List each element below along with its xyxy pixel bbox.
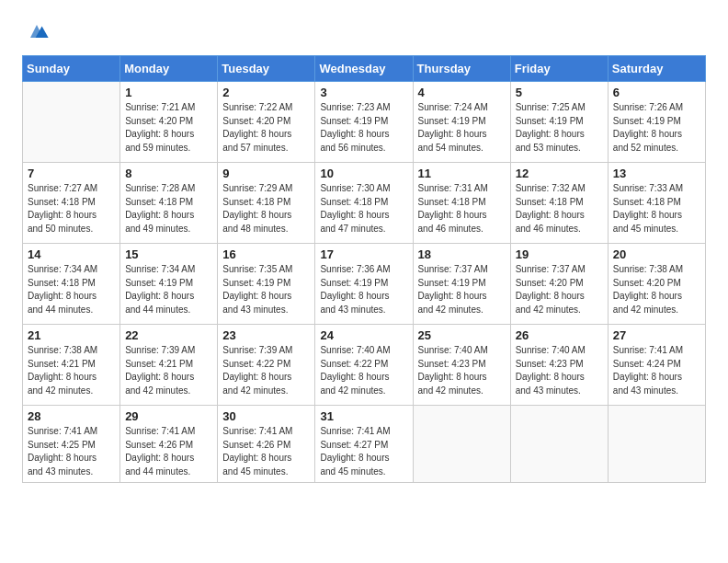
day-number: 1 <box>125 86 212 99</box>
weekday-header-thursday: Thursday <box>413 56 510 82</box>
calendar-cell: 20Sunrise: 7:38 AMSunset: 4:20 PMDayligh… <box>608 244 705 325</box>
day-info: Sunrise: 7:41 AMSunset: 4:26 PMDaylight:… <box>222 425 310 478</box>
logo-icon <box>24 18 50 44</box>
weekday-header-saturday: Saturday <box>608 56 705 82</box>
week-row-2: 7Sunrise: 7:27 AMSunset: 4:18 PMDaylight… <box>23 163 706 244</box>
week-row-4: 21Sunrise: 7:38 AMSunset: 4:21 PMDayligh… <box>23 325 706 406</box>
week-row-3: 14Sunrise: 7:34 AMSunset: 4:18 PMDayligh… <box>23 244 706 325</box>
day-number: 5 <box>516 86 603 99</box>
day-number: 2 <box>222 86 310 99</box>
week-row-5: 28Sunrise: 7:41 AMSunset: 4:25 PMDayligh… <box>23 406 706 483</box>
day-number: 30 <box>222 409 310 423</box>
day-info: Sunrise: 7:41 AMSunset: 4:24 PMDaylight:… <box>613 344 700 397</box>
day-number: 18 <box>418 247 506 261</box>
day-info: Sunrise: 7:21 AMSunset: 4:20 PMDaylight:… <box>125 101 212 155</box>
day-number: 16 <box>222 247 310 261</box>
calendar-cell: 11Sunrise: 7:31 AMSunset: 4:18 PMDayligh… <box>413 163 510 244</box>
calendar-cell <box>608 406 705 483</box>
day-number: 3 <box>320 86 407 99</box>
calendar-cell: 12Sunrise: 7:32 AMSunset: 4:18 PMDayligh… <box>510 163 608 244</box>
day-number: 28 <box>28 409 115 423</box>
calendar-cell: 23Sunrise: 7:39 AMSunset: 4:22 PMDayligh… <box>218 325 315 406</box>
day-info: Sunrise: 7:37 AMSunset: 4:20 PMDaylight:… <box>516 263 603 316</box>
calendar-cell: 13Sunrise: 7:33 AMSunset: 4:18 PMDayligh… <box>608 163 705 244</box>
calendar-table: SundayMondayTuesdayWednesdayThursdayFrid… <box>22 55 706 483</box>
calendar-cell: 15Sunrise: 7:34 AMSunset: 4:19 PMDayligh… <box>120 244 218 325</box>
day-info: Sunrise: 7:38 AMSunset: 4:21 PMDaylight:… <box>28 344 115 397</box>
day-info: Sunrise: 7:35 AMSunset: 4:19 PMDaylight:… <box>222 263 310 316</box>
calendar-cell: 29Sunrise: 7:41 AMSunset: 4:26 PMDayligh… <box>120 406 218 483</box>
day-info: Sunrise: 7:28 AMSunset: 4:18 PMDaylight:… <box>125 182 212 236</box>
calendar-cell: 6Sunrise: 7:26 AMSunset: 4:19 PMDaylight… <box>608 82 705 163</box>
day-number: 22 <box>125 328 212 342</box>
weekday-header-friday: Friday <box>510 56 608 82</box>
weekday-header-wednesday: Wednesday <box>315 56 413 82</box>
weekday-header-tuesday: Tuesday <box>218 56 315 82</box>
day-info: Sunrise: 7:26 AMSunset: 4:19 PMDaylight:… <box>613 101 700 155</box>
week-row-1: 1Sunrise: 7:21 AMSunset: 4:20 PMDaylight… <box>23 82 706 163</box>
day-number: 23 <box>222 328 310 342</box>
calendar-cell: 7Sunrise: 7:27 AMSunset: 4:18 PMDaylight… <box>23 163 120 244</box>
calendar-cell: 30Sunrise: 7:41 AMSunset: 4:26 PMDayligh… <box>218 406 315 483</box>
day-info: Sunrise: 7:31 AMSunset: 4:18 PMDaylight:… <box>418 182 506 236</box>
calendar-cell: 17Sunrise: 7:36 AMSunset: 4:19 PMDayligh… <box>315 244 413 325</box>
calendar-cell: 16Sunrise: 7:35 AMSunset: 4:19 PMDayligh… <box>218 244 315 325</box>
day-info: Sunrise: 7:27 AMSunset: 4:18 PMDaylight:… <box>28 182 115 236</box>
day-number: 12 <box>516 167 603 180</box>
day-info: Sunrise: 7:38 AMSunset: 4:20 PMDaylight:… <box>613 263 700 316</box>
day-info: Sunrise: 7:22 AMSunset: 4:20 PMDaylight:… <box>222 101 310 155</box>
day-info: Sunrise: 7:29 AMSunset: 4:18 PMDaylight:… <box>222 182 310 236</box>
calendar-cell: 2Sunrise: 7:22 AMSunset: 4:20 PMDaylight… <box>218 82 315 163</box>
calendar-cell: 10Sunrise: 7:30 AMSunset: 4:18 PMDayligh… <box>315 163 413 244</box>
calendar-cell: 24Sunrise: 7:40 AMSunset: 4:22 PMDayligh… <box>315 325 413 406</box>
day-info: Sunrise: 7:39 AMSunset: 4:22 PMDaylight:… <box>222 344 310 397</box>
day-number: 7 <box>28 167 115 180</box>
calendar-cell: 25Sunrise: 7:40 AMSunset: 4:23 PMDayligh… <box>413 325 510 406</box>
day-number: 10 <box>320 167 407 180</box>
weekday-header-sunday: Sunday <box>23 56 120 82</box>
day-number: 25 <box>418 328 506 342</box>
calendar-cell: 4Sunrise: 7:24 AMSunset: 4:19 PMDaylight… <box>413 82 510 163</box>
day-info: Sunrise: 7:25 AMSunset: 4:19 PMDaylight:… <box>516 101 603 155</box>
day-number: 4 <box>418 86 506 99</box>
calendar-cell: 31Sunrise: 7:41 AMSunset: 4:27 PMDayligh… <box>315 406 413 483</box>
day-info: Sunrise: 7:36 AMSunset: 4:19 PMDaylight:… <box>320 263 407 316</box>
page-header <box>22 18 706 48</box>
day-info: Sunrise: 7:41 AMSunset: 4:25 PMDaylight:… <box>28 425 115 478</box>
calendar-cell <box>413 406 510 483</box>
day-info: Sunrise: 7:40 AMSunset: 4:22 PMDaylight:… <box>320 344 407 397</box>
calendar-cell <box>510 406 608 483</box>
day-number: 11 <box>418 167 506 180</box>
calendar-cell: 18Sunrise: 7:37 AMSunset: 4:19 PMDayligh… <box>413 244 510 325</box>
calendar-cell: 14Sunrise: 7:34 AMSunset: 4:18 PMDayligh… <box>23 244 120 325</box>
day-info: Sunrise: 7:34 AMSunset: 4:18 PMDaylight:… <box>28 263 115 316</box>
day-number: 21 <box>28 328 115 342</box>
day-number: 9 <box>222 167 310 180</box>
day-info: Sunrise: 7:41 AMSunset: 4:27 PMDaylight:… <box>320 425 407 478</box>
day-info: Sunrise: 7:40 AMSunset: 4:23 PMDaylight:… <box>418 344 506 397</box>
day-number: 27 <box>613 328 700 342</box>
day-number: 17 <box>320 247 407 261</box>
day-number: 6 <box>613 86 700 99</box>
calendar-cell <box>23 82 120 163</box>
calendar-cell: 8Sunrise: 7:28 AMSunset: 4:18 PMDaylight… <box>120 163 218 244</box>
day-number: 15 <box>125 247 212 261</box>
calendar-cell: 22Sunrise: 7:39 AMSunset: 4:21 PMDayligh… <box>120 325 218 406</box>
day-number: 29 <box>125 409 212 423</box>
calendar-cell: 5Sunrise: 7:25 AMSunset: 4:19 PMDaylight… <box>510 82 608 163</box>
day-info: Sunrise: 7:30 AMSunset: 4:18 PMDaylight:… <box>320 182 407 236</box>
day-number: 31 <box>320 409 407 423</box>
calendar-cell: 3Sunrise: 7:23 AMSunset: 4:19 PMDaylight… <box>315 82 413 163</box>
day-number: 20 <box>613 247 700 261</box>
day-info: Sunrise: 7:24 AMSunset: 4:19 PMDaylight:… <box>418 101 506 155</box>
day-info: Sunrise: 7:34 AMSunset: 4:19 PMDaylight:… <box>125 263 212 316</box>
logo <box>22 18 51 48</box>
calendar-cell: 21Sunrise: 7:38 AMSunset: 4:21 PMDayligh… <box>23 325 120 406</box>
calendar-cell: 26Sunrise: 7:40 AMSunset: 4:23 PMDayligh… <box>510 325 608 406</box>
day-info: Sunrise: 7:33 AMSunset: 4:18 PMDaylight:… <box>613 182 700 236</box>
day-number: 24 <box>320 328 407 342</box>
day-number: 19 <box>516 247 603 261</box>
day-number: 13 <box>613 167 700 180</box>
day-number: 26 <box>516 328 603 342</box>
day-info: Sunrise: 7:41 AMSunset: 4:26 PMDaylight:… <box>125 425 212 478</box>
